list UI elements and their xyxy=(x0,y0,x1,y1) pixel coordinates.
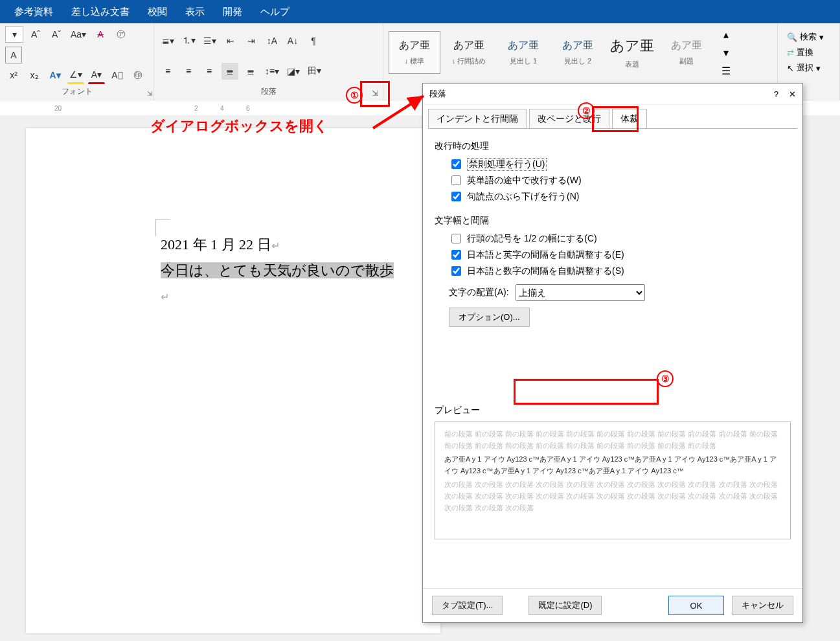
numbering-icon[interactable]: ⒈▾ xyxy=(180,32,198,49)
style-scroll-down-icon[interactable]: ▾ xyxy=(718,44,734,61)
paragraph-dialog: 段落 ? ✕ インデントと行間隔 改ページと改行 体裁 改行時の処理 禁則処理を… xyxy=(422,83,803,623)
section-charspacing: 文字幅と間隔 xyxy=(435,215,791,227)
anno-open-dialog-text: ダイアログボックスを開く xyxy=(150,117,328,136)
style-expand-icon[interactable]: ☰ xyxy=(718,62,734,79)
tab-settings-button[interactable]: タブ設定(T)... xyxy=(432,596,503,615)
section-linebreak: 改行時の処理 xyxy=(435,141,791,152)
shrink-font-icon[interactable]: Aˇ xyxy=(48,26,65,43)
para-mark-icon: ↵ xyxy=(271,240,280,251)
char-shading-icon[interactable]: A⌷ xyxy=(109,67,126,84)
close-icon[interactable]: ✕ xyxy=(789,89,796,99)
char-align-label: 文字の配置(A): xyxy=(449,287,509,298)
doc-date-line: 2021 年 1 月 22 日 xyxy=(161,236,271,253)
dialog-footer: タブ設定(T)... 既定に設定(D) OK キャンセル xyxy=(423,588,802,622)
clear-format-icon[interactable]: A xyxy=(92,26,109,43)
sort-icon[interactable]: A↓ xyxy=(284,32,301,49)
preview-label: プレビュー xyxy=(435,405,791,416)
doc-body-line: 今日は、とても天気が良いので散歩 xyxy=(161,262,394,278)
tab-review[interactable]: 校閲 xyxy=(139,1,176,23)
dialog-tabs: インデントと行間隔 改ページと改行 体裁 xyxy=(423,105,802,129)
style-normal[interactable]: あア亜 ↓ 標準 xyxy=(389,31,440,74)
dlg-tab-pagebreak[interactable]: 改ページと改行 xyxy=(529,109,609,129)
font-size-combo[interactable]: ▾ xyxy=(5,26,23,43)
cursor-icon: ↖ xyxy=(787,63,794,73)
char-align-select[interactable]: 上揃え xyxy=(516,284,645,301)
phonetic-guide-icon[interactable]: ㋐ xyxy=(113,26,130,43)
increase-indent-icon[interactable]: ⇥ xyxy=(243,32,260,49)
style-heading2[interactable]: あア亜 見出し 2 xyxy=(552,31,604,74)
font-group-label: フォント xyxy=(5,86,148,98)
align-right-icon[interactable]: ≡ xyxy=(201,63,218,80)
chk-adjust-number[interactable]: 日本語と数字の間隔を自動調整する(S) xyxy=(449,264,791,278)
show-marks-icon[interactable]: ¶ xyxy=(305,32,322,49)
style-gallery[interactable]: あア亜 ↓ 標準 あア亜 ↓ 行間詰め あア亜 見出し 1 あア亜 見出し 2 … xyxy=(389,26,772,79)
tab-references[interactable]: 参考資料 xyxy=(5,1,62,23)
select-button[interactable]: ↖選択 ▾ xyxy=(787,62,830,74)
style-title[interactable]: あア亜 表題 xyxy=(606,31,658,74)
highlight-icon[interactable]: ∠▾ xyxy=(67,66,84,84)
anno-num-2: ② xyxy=(578,102,595,119)
page[interactable] xyxy=(26,128,440,633)
multilevel-icon[interactable]: ☰▾ xyxy=(201,32,218,49)
justify-icon[interactable]: ≣ xyxy=(221,63,238,80)
font-group: ▾ Aˆ Aˇ Aa▾ A ㋐ A x² x₂ A▾ ∠▾ A▾ A⌷ ㊞ フォ… xyxy=(0,23,154,100)
distributed-icon[interactable]: ≣ xyxy=(242,63,259,80)
set-default-button[interactable]: 既定に設定(D) xyxy=(528,596,602,615)
text-direction-icon[interactable]: ↕A xyxy=(264,32,280,49)
line-spacing-icon[interactable]: ↕≡▾ xyxy=(263,63,281,80)
superscript-icon[interactable]: x² xyxy=(5,67,22,84)
ok-button[interactable]: OK xyxy=(668,596,724,615)
chk-kinsoku[interactable]: 禁則処理を行う(U) xyxy=(449,157,791,171)
chk-halfwidth-leading[interactable]: 行頭の記号を 1/2 の幅にする(C) xyxy=(449,232,791,245)
paragraph-launcher-icon[interactable]: ⇲ xyxy=(370,88,380,98)
text-effects-icon[interactable]: A▾ xyxy=(47,67,63,84)
style-subtitle[interactable]: あア亜 副題 xyxy=(661,31,712,74)
ribbon-tab-bar: 参考資料 差し込み文書 校閲 表示 開発 ヘルプ xyxy=(0,0,840,23)
dialog-title-text: 段落 xyxy=(429,88,446,100)
document-text[interactable]: 2021 年 1 月 22 日↵ 今日は、とても天気が良いので散歩 ↵ xyxy=(161,232,394,309)
options-button[interactable]: オプション(O)... xyxy=(449,308,530,327)
decrease-indent-icon[interactable]: ⇤ xyxy=(222,32,239,49)
dialog-titlebar[interactable]: 段落 ? ✕ xyxy=(423,84,802,105)
para-mark-icon: ↵ xyxy=(161,291,169,302)
enclosed-char-icon[interactable]: ㊞ xyxy=(130,67,146,84)
style-scroll-up-icon[interactable]: ▴ xyxy=(718,26,734,43)
borders-icon[interactable]: 田▾ xyxy=(306,63,323,80)
tab-help[interactable]: ヘルプ xyxy=(251,1,299,23)
grow-font-icon[interactable]: Aˆ xyxy=(27,26,44,43)
preview-box: 前の段落 前の段落 前の段落 前の段落 前の段落 前の段落 前の段落 前の段落 … xyxy=(435,422,791,539)
dlg-tab-typography[interactable]: 体裁 xyxy=(612,109,647,129)
shading-icon[interactable]: ◪▾ xyxy=(285,63,302,80)
style-nospacing[interactable]: あア亜 ↓ 行間詰め xyxy=(443,31,495,74)
find-button[interactable]: 🔍検索 ▾ xyxy=(787,31,830,43)
align-center-icon[interactable]: ≡ xyxy=(180,63,197,80)
paragraph-group-label: 段落 xyxy=(159,86,378,98)
chk-break-english[interactable]: 英単語の途中で改行する(W) xyxy=(449,174,791,187)
tab-view[interactable]: 表示 xyxy=(176,1,214,23)
style-heading1[interactable]: あア亜 見出し 1 xyxy=(497,31,549,74)
chk-hanging-punct[interactable]: 句読点のぶら下げを行う(N) xyxy=(449,190,791,203)
bullets-icon[interactable]: ≣▾ xyxy=(159,32,176,49)
font-color-icon[interactable]: A▾ xyxy=(88,66,105,84)
help-icon[interactable]: ? xyxy=(774,89,778,99)
chk-adjust-latin[interactable]: 日本語と英字の間隔を自動調整する(E) xyxy=(449,248,791,262)
replace-icon: ⇄ xyxy=(787,48,794,58)
enclose-char-icon[interactable]: A xyxy=(5,47,22,63)
anno-num-1: ① xyxy=(346,87,363,104)
dlg-tab-indent[interactable]: インデントと行間隔 xyxy=(428,109,527,129)
align-left-icon[interactable]: ≡ xyxy=(159,63,176,80)
tab-mailmerge[interactable]: 差し込み文書 xyxy=(62,1,139,23)
change-case-icon[interactable]: Aa▾ xyxy=(69,26,88,43)
search-icon: 🔍 xyxy=(787,32,797,42)
cancel-button[interactable]: キャンセル xyxy=(732,596,793,615)
subscript-icon[interactable]: x₂ xyxy=(26,67,43,84)
replace-button[interactable]: ⇄置換 xyxy=(787,47,830,58)
anno-num-3: ③ xyxy=(657,370,674,387)
dialog-body: 改行時の処理 禁則処理を行う(U) 英単語の途中で改行する(W) 句読点のぶら下… xyxy=(428,128,797,583)
tab-developer[interactable]: 開発 xyxy=(214,1,251,23)
